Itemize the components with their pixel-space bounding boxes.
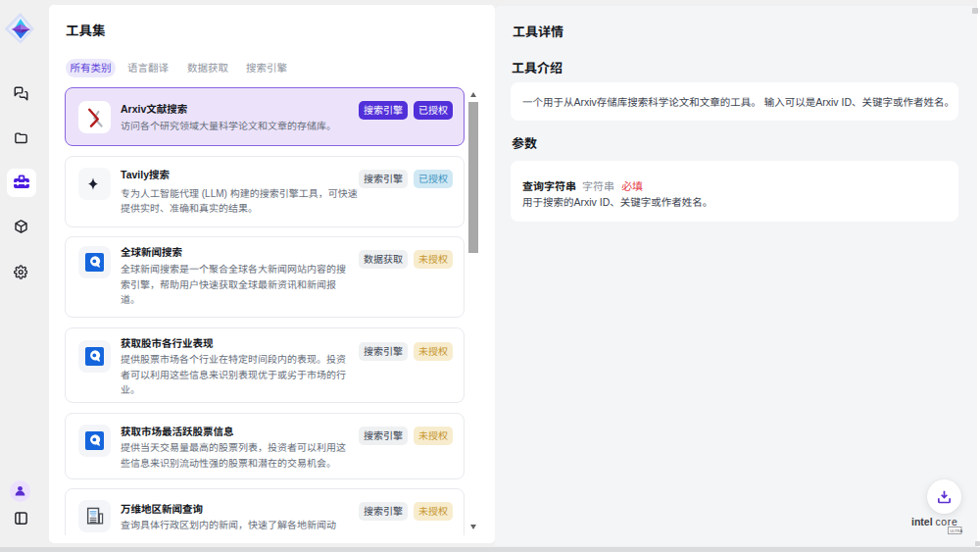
svg-text:ULTRA: ULTRA	[950, 528, 962, 533]
svg-text:intel: intel	[911, 516, 933, 527]
svg-text:core: core	[936, 516, 958, 527]
